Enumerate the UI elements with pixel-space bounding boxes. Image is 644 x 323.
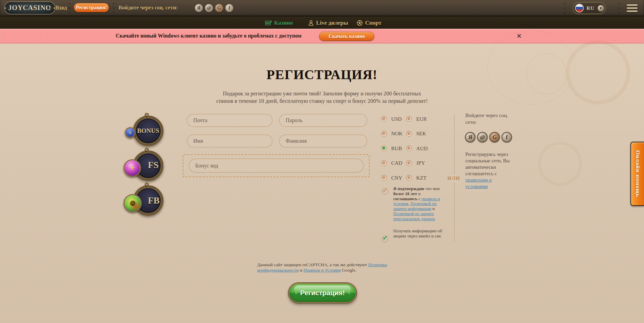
google-icon[interactable]: G: [215, 3, 224, 13]
last-name-field[interactable]: [279, 135, 367, 147]
social-panel-icons: Я @ G f: [465, 132, 512, 142]
download-banner: Скачайте новый Windows клиент казино и з…: [0, 29, 644, 44]
tab-sport[interactable]: Спорт: [357, 20, 381, 26]
badge-freespins: FS +: [124, 151, 171, 184]
top-bar: JOYCASINO Вход Регистрация! Войдите чере…: [0, 0, 644, 16]
rivet-divider: [617, 3, 621, 14]
badge-label: FS: [148, 160, 159, 170]
logo-dot: [5, 7, 6, 9]
right-arrow-icon: ›: [348, 290, 350, 296]
football-icon: [357, 20, 363, 26]
promo-checkbox[interactable]: ✔: [382, 236, 388, 242]
badge-label: FB: [148, 195, 160, 206]
or-label: ИЛИ: [447, 175, 460, 182]
social-panel-note: Регистрируясь через социальные сети, Вы …: [465, 151, 515, 190]
banner-text: Скачайте новый Windows клиент казино и з…: [116, 33, 302, 39]
currency-kzt[interactable]: KZT: [406, 175, 443, 181]
bonus-code-field[interactable]: [189, 159, 363, 172]
dealer-person-icon: [308, 20, 314, 26]
tab-label: Спорт: [365, 20, 381, 26]
logo-text: JOYCASINO: [8, 4, 51, 12]
plus-orb-icon: +: [124, 159, 141, 177]
vertical-divider: [454, 187, 454, 243]
slot-machine-icon: [265, 20, 272, 26]
submit-registration-button[interactable]: ‹ Регистрация! ›: [288, 283, 357, 303]
page: JOYCASINO Вход Регистрация! Войдите чере…: [0, 0, 644, 323]
password-field[interactable]: [279, 114, 367, 127]
rivet-divider: [562, 3, 567, 14]
language-selector[interactable]: RU ▼: [573, 2, 606, 14]
stain-decor: [538, 142, 582, 186]
subtitle-line1: Подарок за регистрацию уже почти твой! З…: [0, 90, 644, 97]
football-orb-icon: [124, 194, 142, 212]
currency-selector: USD EUR NOK SEK RUB AUD CAD JPY CNY KZT: [381, 112, 443, 185]
online-help-tab[interactable]: Онлайн помощь: [630, 142, 644, 206]
radio-icon[interactable]: [406, 175, 412, 181]
currency-aud[interactable]: AUD: [406, 145, 443, 152]
recaptcha-notice: Данный сайт защищен reCAPTCHA, а так же …: [257, 262, 393, 273]
tab-label: Казино: [274, 20, 293, 26]
hamburger-menu-icon[interactable]: [627, 4, 638, 12]
rivet-divider: [111, 3, 116, 14]
radio-icon[interactable]: [381, 131, 387, 137]
plus-coin-icon: +: [125, 127, 136, 138]
radio-icon[interactable]: [406, 145, 412, 151]
radio-icon[interactable]: [406, 131, 412, 137]
radio-icon[interactable]: [381, 116, 387, 122]
close-icon[interactable]: ✕: [515, 31, 524, 40]
email-field[interactable]: [187, 114, 272, 127]
tab-casino[interactable]: Казино: [265, 20, 293, 26]
mailru-icon[interactable]: @: [477, 132, 488, 142]
left-arrow-icon: ‹: [295, 290, 297, 296]
age-confirm-text: Я подтверждаю что мне более 18 лет и сог…: [393, 186, 444, 222]
badge-label: BONUS: [137, 127, 159, 135]
currency-cny[interactable]: CNY: [381, 175, 406, 181]
currency-cad[interactable]: CAD: [381, 160, 406, 166]
promo-text: Получать информацию об акциях через имей…: [393, 228, 445, 238]
registration-page: РЕГИСТРАЦИЯ! Подарок за регистрацию уже …: [0, 44, 644, 323]
register-button[interactable]: Регистрация!: [74, 3, 109, 12]
currency-usd[interactable]: USD: [381, 116, 406, 122]
google-icon[interactable]: G: [489, 132, 500, 142]
login-link[interactable]: Вход: [55, 5, 67, 11]
currency-sek[interactable]: SEK: [406, 131, 443, 137]
personal-data-policy-link[interactable]: Политикой по защите персональных данных: [393, 211, 435, 221]
terms-link[interactable]: правилами и условиями: [465, 177, 492, 189]
download-casino-button[interactable]: Скачать казино: [319, 32, 374, 41]
main-nav: Казино Live дилеры Спорт: [0, 16, 644, 29]
yandex-icon[interactable]: Я: [194, 3, 203, 13]
social-panel-title: Войдите через соц. сети:: [465, 112, 513, 125]
radio-icon-selected[interactable]: [381, 145, 387, 151]
currency-rub-selected[interactable]: RUB: [381, 145, 406, 152]
radio-icon[interactable]: [381, 160, 387, 166]
rivet-divider: [67, 3, 72, 14]
facebook-icon[interactable]: f: [502, 132, 512, 142]
radio-icon[interactable]: [406, 160, 412, 166]
ru-flag-icon: [575, 4, 584, 13]
social-login-prompt: Войдите через соц. сети:: [118, 5, 178, 11]
chevron-down-icon[interactable]: ▼: [597, 5, 604, 12]
subtitle-line2: спинов в течение 10 дней, бесплатную ста…: [0, 98, 644, 105]
radio-icon[interactable]: [381, 175, 387, 181]
currency-nok[interactable]: NOK: [381, 131, 406, 137]
first-name-field[interactable]: [187, 135, 272, 147]
language-code: RU: [586, 5, 595, 11]
currency-eur[interactable]: EUR: [406, 116, 443, 122]
radio-icon[interactable]: [406, 116, 412, 122]
rivet-divider: [48, 3, 52, 14]
badge-bonus: BONUS +: [124, 116, 171, 149]
yandex-icon[interactable]: Я: [465, 132, 475, 142]
tab-live-dealers[interactable]: Live дилеры: [308, 20, 348, 26]
page-title: РЕГИСТРАЦИЯ!: [0, 67, 644, 83]
badge-freebet: FB: [124, 185, 171, 219]
google-terms-link[interactable]: Правила и Условия: [304, 268, 341, 273]
mailru-icon[interactable]: @: [204, 3, 214, 13]
facebook-icon[interactable]: f: [225, 3, 234, 13]
logo-dot: [53, 7, 55, 9]
tab-label: Live дилеры: [316, 20, 348, 26]
currency-jpy[interactable]: JPY: [406, 160, 443, 166]
age-confirm-checkbox[interactable]: ✔: [382, 188, 388, 194]
